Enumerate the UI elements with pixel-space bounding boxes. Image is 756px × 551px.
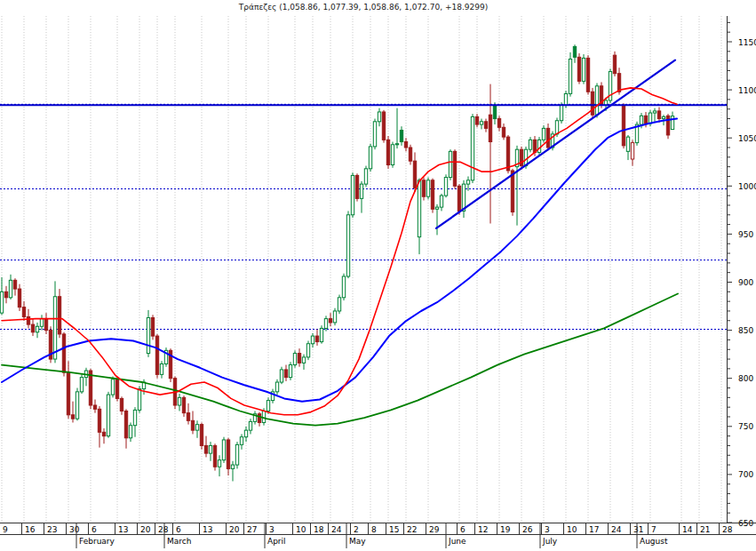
y-axis-label: 700 xyxy=(738,470,753,479)
candlestick xyxy=(244,427,247,442)
candlestick xyxy=(31,319,34,336)
candlestick xyxy=(320,325,322,344)
candle-body xyxy=(209,445,211,453)
week-tick-label: 10 xyxy=(567,525,577,534)
candle-body xyxy=(235,444,238,465)
candle-body xyxy=(649,113,651,124)
candlestick xyxy=(4,286,7,303)
candle-body xyxy=(249,421,251,430)
candlestick xyxy=(124,409,127,448)
candle-body xyxy=(160,363,163,374)
candle-body xyxy=(258,414,260,423)
candlestick xyxy=(253,411,256,424)
candlestick xyxy=(102,428,105,443)
candle-body xyxy=(444,178,447,196)
week-tick-label: 22 xyxy=(407,525,417,534)
short-ma-red-line xyxy=(2,88,677,415)
candlestick xyxy=(275,379,278,395)
candle-body xyxy=(413,161,416,188)
candle-body xyxy=(462,184,465,211)
candlestick xyxy=(249,419,251,434)
candle-body xyxy=(222,440,225,460)
candle-body xyxy=(458,186,460,211)
candlestick xyxy=(342,274,345,300)
candle-body xyxy=(329,319,331,323)
week-tick-label: 26 xyxy=(522,525,533,534)
candle-body xyxy=(302,357,305,363)
week-tick-label: 28 xyxy=(722,525,733,534)
candlestick xyxy=(475,114,478,127)
week-tick-label: 24 xyxy=(611,525,622,534)
candles-group xyxy=(0,44,673,481)
candlestick xyxy=(284,365,287,381)
candlestick xyxy=(480,119,482,130)
candlestick xyxy=(471,114,473,183)
candle-body xyxy=(409,148,411,161)
candle-body xyxy=(617,74,620,92)
candlestick xyxy=(586,55,589,94)
candlestick xyxy=(426,178,429,200)
candle-body xyxy=(338,298,340,311)
candlestick xyxy=(315,330,318,346)
month-label: March xyxy=(167,537,191,546)
candle-body xyxy=(582,58,585,81)
candle-body xyxy=(653,111,656,113)
candlestick xyxy=(400,126,402,146)
candlestick xyxy=(258,412,260,427)
level-lines xyxy=(0,104,727,329)
x-axis: 9162330613202861320273101824281522296121… xyxy=(0,523,756,549)
week-tick-label: 20 xyxy=(140,525,151,534)
month-label: August xyxy=(640,537,668,546)
week-tick-label: 21 xyxy=(700,525,710,534)
candlestick xyxy=(306,341,309,361)
candlestick xyxy=(582,54,585,84)
candle-body xyxy=(640,116,642,124)
candle-body xyxy=(471,116,473,180)
candle-body xyxy=(564,93,567,105)
candlestick xyxy=(222,437,225,463)
week-tick-label: 19 xyxy=(500,525,511,534)
candlestick xyxy=(204,436,207,458)
candle-body xyxy=(147,318,149,354)
candlestick xyxy=(369,144,371,172)
y-axis-label: 800 xyxy=(738,374,753,383)
candlestick xyxy=(462,180,465,218)
candlestick xyxy=(635,122,638,146)
candle-body xyxy=(537,140,540,152)
candlestick xyxy=(515,146,518,226)
candle-body xyxy=(213,445,216,467)
candle-body xyxy=(511,171,513,212)
candle-body xyxy=(98,409,100,432)
candle-body xyxy=(493,106,496,118)
candlestick xyxy=(84,368,87,387)
candlestick xyxy=(591,88,593,118)
candlestick xyxy=(569,52,571,97)
candle-body xyxy=(293,354,296,365)
candle-body xyxy=(280,370,283,382)
candle-body xyxy=(355,175,358,198)
candlestick xyxy=(435,204,438,236)
candle-body xyxy=(591,92,593,115)
candle-body xyxy=(31,324,34,332)
candle-body xyxy=(502,127,505,137)
month-label: April xyxy=(267,537,286,546)
candle-body xyxy=(311,336,314,344)
candlestick xyxy=(355,173,358,201)
candlestick xyxy=(364,166,367,188)
candlestick xyxy=(418,179,420,254)
candlestick xyxy=(631,140,633,165)
candle-body xyxy=(542,128,545,140)
candle-body xyxy=(546,128,549,148)
candle-body xyxy=(395,144,398,145)
candlestick xyxy=(187,403,189,425)
candle-body xyxy=(18,289,20,307)
candlestick xyxy=(13,278,16,295)
candlestick xyxy=(9,275,12,299)
candlestick xyxy=(120,396,123,415)
candlestick xyxy=(151,315,154,339)
candle-body xyxy=(129,426,131,438)
candle-body xyxy=(284,370,287,378)
week-tick-label: 17 xyxy=(589,525,599,534)
y-axis: 1150110010501000950900850800750700650 xyxy=(727,16,756,528)
candle-body xyxy=(200,425,203,446)
